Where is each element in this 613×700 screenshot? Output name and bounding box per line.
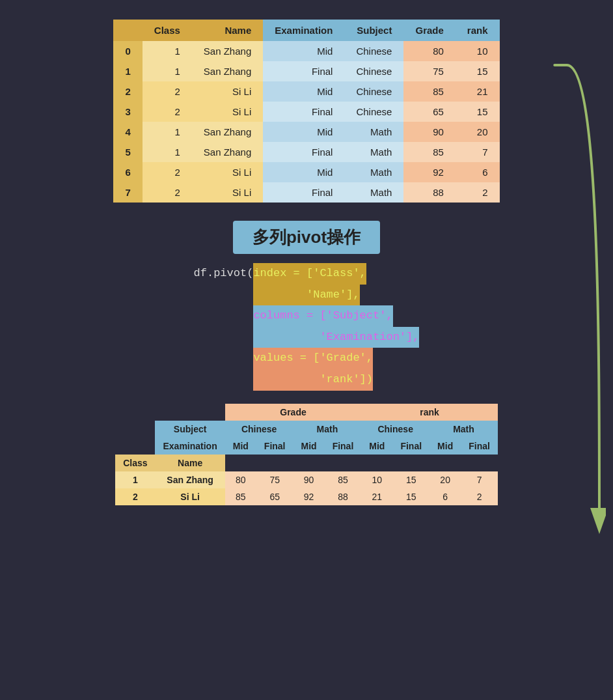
pivot-val-1: 75 (256, 471, 293, 488)
cell-subject: Chinese (344, 81, 403, 102)
pivot-name-val: Si Li (155, 488, 225, 505)
cell-name: San Zhang (192, 41, 263, 61)
pivot-data-row: 1 San Zhang 807590851015207 (115, 471, 498, 488)
cell-name: San Zhang (192, 122, 263, 142)
subject-math: Math (293, 421, 362, 438)
code-spacer-2: df.pivot( (194, 306, 254, 326)
cell-rank: 7 (456, 142, 500, 162)
code-examination-str: 'Examination'], (253, 327, 419, 348)
cell-subject: Chinese (344, 61, 403, 81)
th-class: Class (143, 20, 192, 41)
subject-chinese: Chinese (225, 421, 293, 438)
pivot-header-grade-rank: Grade rank (115, 404, 498, 421)
table-row: 1 1 San Zhang Final Chinese 75 15 (113, 61, 499, 81)
pivot-header-exam: Examination Mid Final Mid Final Mid Fina… (115, 438, 498, 455)
pivot-grade-label: Grade (225, 404, 362, 421)
exam-final-4: Final (461, 438, 498, 455)
pivot-class-val: 1 (115, 471, 155, 488)
pivot-val-5: 15 (392, 488, 429, 505)
exam-mid-3: Mid (361, 438, 392, 455)
code-line-6: df.pivot( 'rank']) (194, 369, 373, 391)
cell-class: 2 (143, 182, 192, 203)
th-rank: rank (456, 20, 500, 41)
cell-name: Si Li (192, 162, 263, 182)
main-container: Class Name Examination Subject Grade ran… (27, 13, 586, 505)
subject-chinese-2: Chinese (361, 421, 429, 438)
cell-name: Si Li (192, 81, 263, 102)
table-row: 5 1 San Zhang Final Math 85 7 (113, 142, 499, 162)
empty-cell-1 (115, 404, 225, 421)
table-row: 3 2 Si Li Final Chinese 65 15 (113, 102, 499, 122)
exam-final-3: Final (392, 438, 429, 455)
cell-idx: 1 (113, 61, 142, 81)
exam-mid-4: Mid (429, 438, 461, 455)
cell-grade: 80 (403, 41, 455, 61)
cell-idx: 7 (113, 182, 142, 203)
cell-name: Si Li (192, 182, 263, 203)
pivot-val-7: 2 (461, 488, 498, 505)
pivot-val-2: 90 (293, 471, 325, 488)
curved-arrow (547, 13, 606, 599)
table-row: 7 2 Si Li Final Math 88 2 (113, 182, 499, 203)
cell-name: San Zhang (192, 61, 263, 81)
cell-grade: 85 (403, 81, 455, 102)
cell-grade: 65 (403, 102, 455, 122)
pivot-val-0: 80 (225, 471, 256, 488)
source-table-body: 0 1 San Zhang Mid Chinese 80 10 1 1 San … (113, 41, 499, 203)
cell-exam: Mid (263, 162, 344, 182)
cell-idx: 2 (113, 81, 142, 102)
cell-exam: Final (263, 182, 344, 203)
empty-header-cells (225, 455, 498, 471)
exam-label: Examination (155, 438, 225, 455)
pivot-rank-label: rank (361, 404, 498, 421)
cell-subject: Chinese (344, 102, 403, 122)
th-examination: Examination (263, 20, 344, 41)
cell-rank: 21 (456, 81, 500, 102)
subject-math-2: Math (429, 421, 498, 438)
th-empty (113, 20, 142, 41)
empty-cell-3 (115, 438, 155, 455)
table-row: 6 2 Si Li Mid Math 92 6 (113, 162, 499, 182)
cell-class: 1 (143, 41, 192, 61)
cell-rank: 6 (456, 162, 500, 182)
code-index-kw: index = ['Class', (253, 263, 366, 285)
pivot-val-4: 21 (361, 488, 392, 505)
pivot-result-table: Grade rank Subject Chinese Math Chinese … (115, 404, 498, 505)
cell-class: 1 (143, 142, 192, 162)
cell-class: 2 (143, 81, 192, 102)
pivot-index-header: Class Name (115, 455, 498, 471)
bottom-table-wrapper: Grade rank Subject Chinese Math Chinese … (115, 404, 498, 505)
cell-idx: 6 (113, 162, 142, 182)
cell-grade: 90 (403, 122, 455, 142)
pivot-table-body: 1 San Zhang 807590851015207 2 Si Li 8565… (115, 471, 498, 505)
code-spacer-5: df.pivot( (194, 370, 254, 390)
cell-grade: 75 (403, 61, 455, 81)
cell-grade: 92 (403, 162, 455, 182)
cell-exam: Mid (263, 41, 344, 61)
top-table-wrapper: Class Name Examination Subject Grade ran… (113, 20, 499, 203)
pivot-val-2: 92 (293, 488, 325, 505)
pivot-name-val: San Zhang (155, 471, 225, 488)
cell-name: San Zhang (192, 142, 263, 162)
cell-rank: 2 (456, 182, 500, 203)
th-grade: Grade (403, 20, 455, 41)
cell-subject: Chinese (344, 41, 403, 61)
cell-grade: 88 (403, 182, 455, 203)
code-line-5: df.pivot(values = ['Grade', (194, 348, 373, 369)
table-row: 2 2 Si Li Mid Chinese 85 21 (113, 81, 499, 102)
pivot-val-3: 88 (325, 488, 362, 505)
cell-class: 2 (143, 162, 192, 182)
code-spacer-3: df.pivot( (194, 328, 254, 348)
code-spacer-1: df.pivot( (194, 285, 254, 305)
pivot-data-row: 2 Si Li 85659288211562 (115, 488, 498, 505)
cell-idx: 5 (113, 142, 142, 162)
cell-subject: Math (344, 182, 403, 203)
th-name: Name (192, 20, 263, 41)
cell-rank: 15 (456, 61, 500, 81)
exam-mid-1: Mid (225, 438, 256, 455)
pivot-val-7: 7 (461, 471, 498, 488)
code-columns-kw: columns = ['Subject', (253, 305, 392, 327)
subject-label: Subject (155, 421, 225, 438)
cell-subject: Math (344, 142, 403, 162)
pivot-header-subject: Subject Chinese Math Chinese Math (115, 421, 498, 438)
